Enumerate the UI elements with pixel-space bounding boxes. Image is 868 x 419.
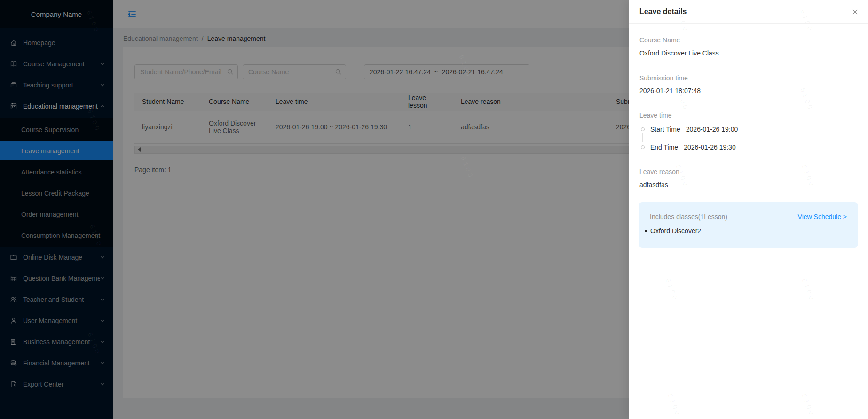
- drawer-header: Leave details: [629, 0, 868, 24]
- start-time-value: 2026-01-26 19:00: [686, 126, 738, 133]
- includes-classes-label: Includes classes(1Lesson): [650, 213, 727, 221]
- includes-classes-box: Includes classes(1Lesson) View Schedule …: [639, 202, 858, 248]
- watermark-text: 6100: [800, 393, 816, 418]
- timeline-connector: [642, 133, 643, 142]
- app-root: Company Name Homepage Course Management: [0, 0, 868, 419]
- course-name-label: Course Name: [639, 36, 680, 44]
- list-item: Oxford Discover2: [645, 227, 701, 235]
- submission-time-value: 2026-01-21 18:07:48: [639, 87, 701, 95]
- watermark-text: 6100: [799, 87, 815, 112]
- start-time-row: Start Time 2026-01-26 19:00: [639, 126, 738, 133]
- submission-time-label: Submission time: [639, 74, 688, 82]
- bullet-dot-icon: [645, 230, 647, 232]
- watermark-text: 6100: [664, 277, 680, 302]
- close-icon[interactable]: [850, 7, 860, 16]
- leave-reason-value: adfasdfas: [639, 181, 668, 189]
- leave-details-drawer: 6100 6100 6100 6100 6100 6100 6100 6100 …: [629, 0, 868, 419]
- course-name-value: Oxford Discover Live Class: [639, 49, 719, 57]
- watermark-text: 6100: [800, 277, 816, 302]
- leave-reason-label: Leave reason: [639, 168, 679, 175]
- timeline-dot-icon: [641, 145, 645, 149]
- end-time-label: End Time: [650, 143, 678, 151]
- watermark-text: 6100: [666, 393, 682, 418]
- watermark-text: 6100: [674, 164, 690, 189]
- watermark-text: 6100: [800, 164, 816, 189]
- end-time-value: 2026-01-26 19:30: [684, 143, 736, 151]
- view-schedule-link[interactable]: View Schedule >: [798, 213, 847, 221]
- drawer-title: Leave details: [639, 0, 687, 24]
- start-time-label: Start Time: [650, 126, 680, 133]
- timeline-dot-icon: [641, 127, 645, 131]
- end-time-row: End Time 2026-01-26 19:30: [639, 143, 736, 151]
- included-class-name: Oxford Discover2: [650, 227, 701, 235]
- leave-time-label: Leave time: [639, 111, 671, 119]
